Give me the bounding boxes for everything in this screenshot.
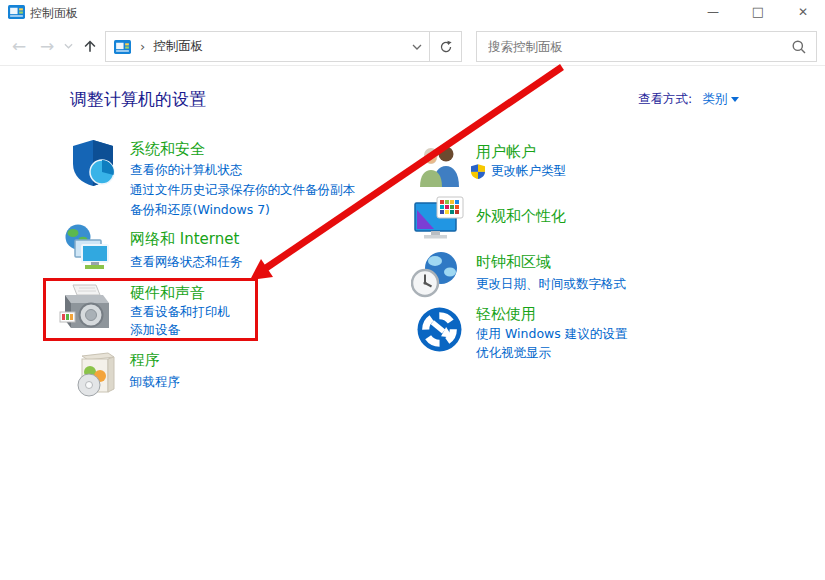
ease-of-access-icon[interactable] bbox=[416, 306, 463, 353]
chevron-down-icon[interactable] bbox=[731, 97, 739, 102]
search-box bbox=[476, 31, 817, 62]
window-title: 控制面板 bbox=[30, 5, 78, 22]
page-title: 调整计算机的设置 bbox=[70, 88, 206, 111]
category-appearance-personalization[interactable]: 外观和个性化 bbox=[476, 207, 566, 226]
hardware-sound-icon[interactable] bbox=[55, 283, 113, 335]
up-arrow-icon bbox=[82, 38, 98, 54]
search-icon[interactable] bbox=[791, 39, 807, 55]
refresh-button[interactable] bbox=[429, 32, 461, 61]
close-button[interactable]: ✕ bbox=[786, 0, 820, 24]
view-by-control: 查看方式:类别 bbox=[638, 91, 739, 108]
link-add-device[interactable]: 添加设备 bbox=[130, 322, 180, 339]
clock-region-icon[interactable] bbox=[411, 250, 461, 298]
link-network-status-tasks[interactable]: 查看网络状态和任务 bbox=[130, 254, 243, 271]
control-panel-icon bbox=[114, 40, 131, 54]
user-accounts-icon[interactable] bbox=[416, 145, 464, 187]
refresh-icon bbox=[439, 40, 453, 54]
maximize-button[interactable]: □ bbox=[741, 0, 775, 24]
forward-button[interactable]: → bbox=[37, 36, 57, 56]
control-panel-icon bbox=[8, 5, 25, 19]
network-internet-icon[interactable] bbox=[63, 224, 113, 270]
breadcrumb-separator: › bbox=[140, 39, 145, 54]
category-clock-region[interactable]: 时钟和区域 bbox=[476, 253, 551, 272]
system-security-icon[interactable] bbox=[70, 138, 116, 188]
link-uninstall-program[interactable]: 卸载程序 bbox=[130, 374, 180, 391]
minimize-button[interactable]: — bbox=[696, 0, 730, 24]
recent-pages-dropdown[interactable] bbox=[61, 36, 75, 56]
back-button[interactable]: ← bbox=[9, 36, 29, 56]
uac-shield-icon bbox=[470, 163, 486, 180]
chevron-down-icon bbox=[412, 44, 422, 50]
link-devices-printers[interactable]: 查看设备和打印机 bbox=[130, 304, 230, 321]
address-dropdown-button[interactable] bbox=[405, 32, 429, 61]
appearance-personalization-icon[interactable] bbox=[414, 196, 464, 241]
view-by-label: 查看方式: bbox=[638, 91, 692, 106]
control-panel-window: 控制面板 — □ ✕ ← → bbox=[0, 0, 825, 580]
link-file-history-backup[interactable]: 通过文件历史记录保存你的文件备份副本 bbox=[130, 182, 355, 199]
breadcrumb-root[interactable]: 控制面板 bbox=[153, 38, 203, 55]
category-user-accounts[interactable]: 用户帐户 bbox=[476, 143, 536, 162]
back-arrow-icon: ← bbox=[12, 38, 26, 55]
navigation-bar: ← → › 控制面板 bbox=[0, 24, 825, 66]
programs-icon[interactable] bbox=[74, 349, 122, 397]
forward-arrow-icon: → bbox=[40, 38, 54, 55]
category-network-internet[interactable]: 网络和 Internet bbox=[130, 230, 239, 249]
title-bar: 控制面板 — □ ✕ bbox=[0, 0, 825, 24]
chevron-down-icon bbox=[64, 43, 73, 49]
link-computer-status[interactable]: 查看你的计算机状态 bbox=[130, 162, 243, 179]
link-change-account-type-label: 更改帐户类型 bbox=[491, 163, 566, 180]
address-bar[interactable]: › 控制面板 bbox=[105, 31, 462, 62]
category-ease-of-access[interactable]: 轻松使用 bbox=[476, 305, 536, 324]
link-optimize-visual-display[interactable]: 优化视觉显示 bbox=[476, 345, 551, 362]
category-system-security[interactable]: 系统和安全 bbox=[130, 140, 205, 159]
search-input[interactable] bbox=[477, 32, 816, 61]
link-backup-restore-win7[interactable]: 备份和还原(Windows 7) bbox=[130, 202, 270, 219]
link-change-date-time-format[interactable]: 更改日期、时间或数字格式 bbox=[476, 276, 626, 293]
category-hardware-sound[interactable]: 硬件和声音 bbox=[130, 284, 205, 303]
category-programs[interactable]: 程序 bbox=[130, 351, 160, 370]
up-button[interactable] bbox=[80, 36, 100, 56]
link-change-account-type[interactable]: 更改帐户类型 bbox=[470, 163, 566, 180]
view-by-value[interactable]: 类别 bbox=[702, 91, 727, 106]
link-windows-suggested-settings[interactable]: 使用 Windows 建议的设置 bbox=[476, 326, 627, 343]
